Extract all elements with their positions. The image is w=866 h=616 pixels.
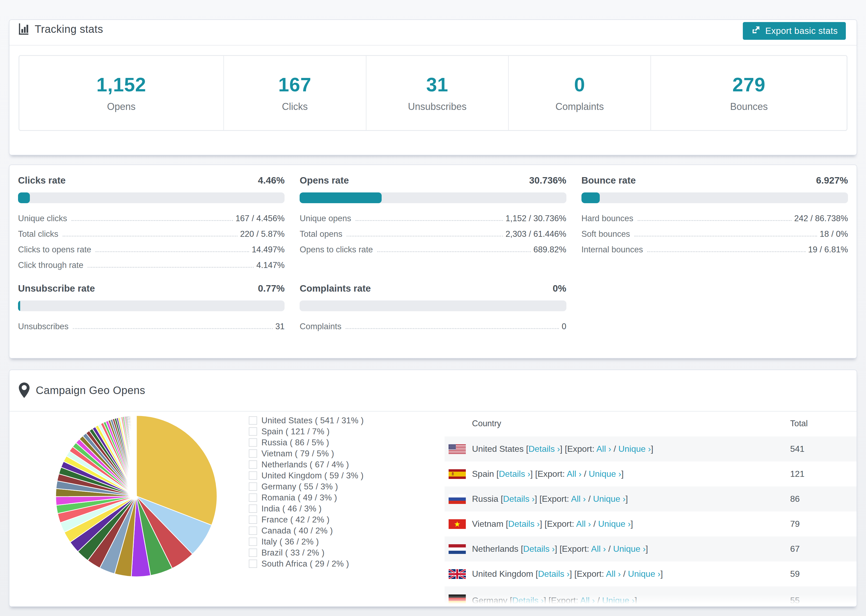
legend-label: Spain ( 121 / 7% ) bbox=[261, 427, 330, 437]
stat-label: Opens bbox=[107, 101, 135, 112]
export-unique-link[interactable]: Unique › bbox=[593, 494, 625, 504]
rate-detail-label: Click through rate bbox=[18, 261, 83, 270]
rate-detail-row: Unique clicks167 / 4.456% bbox=[18, 207, 285, 223]
legend-swatch bbox=[249, 537, 257, 546]
rate-block-unsubscribe-rate: Unsubscribe rate0.77%Unsubscribes31 bbox=[18, 283, 285, 331]
export-all-link[interactable]: All › bbox=[571, 494, 586, 504]
export-all-link[interactable]: All › bbox=[567, 469, 581, 479]
export-unique-link[interactable]: Unique › bbox=[589, 469, 621, 479]
legend-item: India ( 46 / 3% ) bbox=[249, 503, 364, 514]
country-name: Spain bbox=[472, 469, 494, 479]
legend-swatch bbox=[249, 493, 257, 502]
export-unique-link[interactable]: Unique › bbox=[602, 596, 635, 605]
rate-detail-value: 19 / 6.81% bbox=[808, 245, 848, 254]
details-link[interactable]: Details › bbox=[499, 469, 531, 479]
rate-progress-fill bbox=[18, 300, 20, 311]
rate-progress-track bbox=[18, 192, 285, 203]
pie-legend: United States ( 541 / 31% )Spain ( 121 /… bbox=[249, 415, 364, 569]
rate-detail-value: 2,303 / 61.446% bbox=[505, 229, 567, 239]
legend-item: United Kingdom ( 59 / 3% ) bbox=[249, 470, 364, 481]
rate-detail-rows: Hard bounces242 / 86.738%Soft bounces18 … bbox=[581, 207, 848, 254]
rate-value: 0% bbox=[553, 283, 567, 294]
rate-detail-rows: Unique opens1,152 / 30.736%Total opens2,… bbox=[299, 207, 566, 254]
country-cell: Germany [Details ›] [Export: All › / Uni… bbox=[472, 596, 637, 605]
column-header-country: Country bbox=[472, 419, 501, 428]
legend-item: Italy ( 36 / 2% ) bbox=[249, 536, 364, 547]
total-cell: 55 bbox=[790, 596, 800, 605]
geo-table-row-vn: Vietnam [Details ›] [Export: All › / Uni… bbox=[444, 511, 857, 536]
export-all-link[interactable]: All › bbox=[580, 596, 595, 605]
rate-detail-rows: Unique clicks167 / 4.456%Total clicks220… bbox=[18, 207, 285, 270]
rate-value: 0.77% bbox=[258, 283, 285, 294]
details-link[interactable]: Details › bbox=[523, 544, 554, 554]
rate-progress-fill bbox=[299, 192, 382, 203]
export-unique-link[interactable]: Unique › bbox=[618, 444, 651, 454]
legend-item: United States ( 541 / 31% ) bbox=[249, 415, 364, 426]
export-all-link[interactable]: All › bbox=[606, 569, 621, 579]
legend-label: Netherlands ( 67 / 4% ) bbox=[261, 460, 349, 470]
stat-cell-clicks: 167Clicks bbox=[224, 56, 366, 130]
export-unique-link[interactable]: Unique › bbox=[598, 519, 631, 529]
country-cell: Netherlands [Details ›] [Export: All › /… bbox=[472, 544, 648, 554]
country-cell: Russia [Details ›] [Export: All › / Uniq… bbox=[472, 494, 628, 504]
rate-title: Unsubscribe rate bbox=[18, 283, 95, 294]
rate-header: Clicks rate4.46% bbox=[18, 175, 285, 186]
rate-progress-track bbox=[18, 300, 285, 311]
stat-cell-bounces: 279Bounces bbox=[651, 56, 847, 130]
export-all-link[interactable]: All › bbox=[576, 519, 591, 529]
rate-detail-row: Hard bounces242 / 86.738% bbox=[581, 207, 848, 223]
legend-label: Brazil ( 33 / 2% ) bbox=[261, 548, 324, 558]
flag-gb-icon bbox=[449, 569, 466, 579]
stat-label: Clicks bbox=[282, 101, 308, 112]
rate-detail-row: Unique opens1,152 / 30.736% bbox=[299, 207, 566, 223]
rates-grid: Clicks rate4.46%Unique clicks167 / 4.456… bbox=[9, 165, 857, 331]
export-all-link[interactable]: All › bbox=[596, 444, 611, 454]
total-cell: 121 bbox=[790, 469, 805, 479]
rate-header: Complaints rate0% bbox=[299, 283, 566, 294]
legend-label: Vietnam ( 79 / 5% ) bbox=[261, 449, 334, 459]
flag-ru-icon bbox=[449, 494, 466, 504]
rate-progress-track bbox=[299, 300, 566, 311]
geo-opens-pie-chart bbox=[53, 413, 220, 580]
country-name: Netherlands bbox=[472, 544, 518, 554]
details-link[interactable]: Details › bbox=[503, 494, 535, 504]
rate-detail-row: Click through rate4.147% bbox=[18, 254, 285, 270]
export-icon bbox=[751, 25, 761, 37]
geo-table-row-nl: Netherlands [Details ›] [Export: All › /… bbox=[444, 536, 857, 561]
legend-swatch bbox=[249, 515, 257, 524]
rate-detail-value: 18 / 0% bbox=[820, 229, 848, 239]
dotted-leader bbox=[96, 251, 249, 252]
country-name: Vietnam bbox=[472, 519, 504, 529]
details-link[interactable]: Details › bbox=[529, 444, 560, 454]
rate-progress-fill bbox=[581, 192, 600, 203]
legend-item: Romania ( 49 / 3% ) bbox=[249, 492, 364, 503]
column-header-total: Total bbox=[790, 419, 808, 428]
rates-card: Clicks rate4.46%Unique clicks167 / 4.456… bbox=[9, 165, 857, 358]
legend-item: France ( 42 / 2% ) bbox=[249, 514, 364, 525]
export-unique-link[interactable]: Unique › bbox=[613, 544, 646, 554]
legend-label: United Kingdom ( 59 / 3% ) bbox=[261, 471, 364, 481]
rate-detail-label: Unsubscribes bbox=[18, 322, 69, 331]
flag-us-icon bbox=[449, 444, 466, 454]
legend-label: France ( 42 / 2% ) bbox=[261, 515, 330, 525]
rate-detail-label: Unique clicks bbox=[18, 214, 67, 223]
total-cell: 59 bbox=[790, 569, 800, 579]
country-cell: Vietnam [Details ›] [Export: All › / Uni… bbox=[472, 519, 633, 529]
export-unique-link[interactable]: Unique › bbox=[628, 569, 661, 579]
dotted-leader bbox=[647, 251, 806, 252]
rate-detail-rows: Complaints0 bbox=[299, 316, 566, 331]
legend-item: Vietnam ( 79 / 5% ) bbox=[249, 448, 364, 459]
details-link[interactable]: Details › bbox=[538, 569, 569, 579]
legend-label: Italy ( 36 / 2% ) bbox=[261, 537, 319, 547]
details-link[interactable]: Details › bbox=[508, 519, 540, 529]
map-pin-icon bbox=[18, 382, 30, 399]
dotted-leader bbox=[638, 220, 792, 221]
dotted-leader bbox=[73, 328, 273, 329]
export-basic-stats-button[interactable]: Export basic stats bbox=[743, 22, 846, 40]
details-link[interactable]: Details › bbox=[512, 596, 543, 605]
rate-detail-rows: Unsubscribes31 bbox=[18, 316, 285, 331]
total-cell: 86 bbox=[790, 494, 800, 504]
export-all-link[interactable]: All › bbox=[591, 544, 606, 554]
geo-table-row-de: Germany [Details ›] [Export: All › / Uni… bbox=[444, 586, 857, 607]
legend-item: Russia ( 86 / 5% ) bbox=[249, 437, 364, 448]
